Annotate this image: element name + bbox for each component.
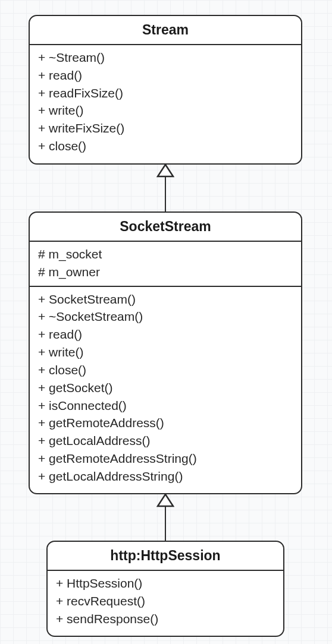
class-method: + getLocalAddressString()	[38, 468, 293, 485]
class-method: + getSocket()	[38, 379, 293, 397]
class-method: + read()	[38, 326, 293, 343]
class-method: + write()	[38, 102, 293, 119]
class-methods: + HttpSession()+ recvRequest()+ sendResp…	[48, 571, 283, 632]
connector-line	[165, 176, 167, 211]
class-method: + ~SocketStream()	[38, 308, 293, 326]
class-attributes: # m_socket# m_owner	[30, 242, 301, 286]
generalization-arrowhead-icon	[156, 163, 174, 178]
class-title: http:HttpSession	[48, 542, 283, 571]
class-method: + close()	[38, 361, 293, 379]
class-method: + sendResponse()	[56, 610, 275, 628]
class-method: + getRemoteAddress()	[38, 414, 293, 432]
class-method: + isConnected()	[38, 397, 293, 415]
class-method: + getLocalAddress()	[38, 432, 293, 450]
class-attribute: # m_socket	[38, 245, 293, 263]
class-method: + readFixSize()	[38, 84, 293, 102]
class-methods: + ~Stream()+ read()+ readFixSize()+ writ…	[30, 45, 301, 160]
generalization-arrowhead-icon	[156, 493, 174, 507]
class-method: + read()	[38, 67, 293, 84]
class-stream: Stream+ ~Stream()+ read()+ readFixSize()…	[29, 15, 302, 165]
class-method: + write()	[38, 343, 293, 361]
uml-canvas: Stream+ ~Stream()+ read()+ readFixSize()…	[0, 0, 332, 644]
class-title: SocketStream	[30, 213, 301, 242]
svg-marker-1	[158, 494, 173, 506]
connector-line	[165, 506, 167, 541]
class-method: + getRemoteAddressString()	[38, 450, 293, 468]
class-socketstream: SocketStream# m_socket# m_owner+ SocketS…	[29, 211, 302, 494]
class-method: + close()	[38, 137, 293, 155]
class-method: + ~Stream()	[38, 49, 293, 67]
class-methods: + SocketStream()+ ~SocketStream()+ read(…	[30, 286, 301, 490]
svg-marker-0	[158, 165, 173, 176]
class-method: + writeFixSize()	[38, 119, 293, 137]
class-method: + recvRequest()	[56, 592, 275, 610]
class-title: Stream	[30, 16, 301, 45]
class-attribute: # m_owner	[38, 263, 293, 281]
class-httpsession: http:HttpSession+ HttpSession()+ recvReq…	[46, 541, 284, 637]
class-method: + SocketStream()	[38, 291, 293, 308]
class-method: + HttpSession()	[56, 574, 275, 592]
